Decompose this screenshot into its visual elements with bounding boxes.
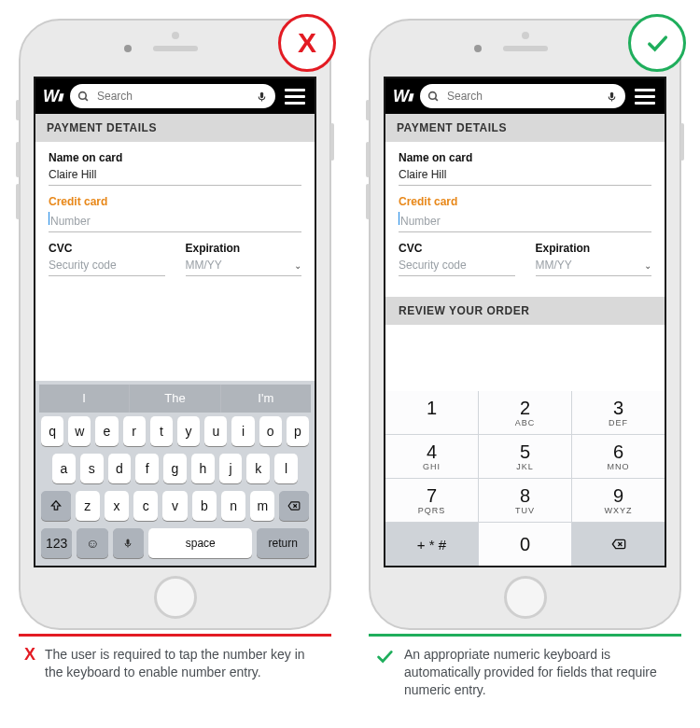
chevron-down-icon: ⌄: [294, 260, 301, 271]
key-o[interactable]: o: [259, 416, 282, 446]
phone-mockup: W▮ PAYMENT DETAILS Name on card Claire H…: [19, 19, 331, 630]
cvc-input[interactable]: Security code: [399, 259, 515, 276]
menu-button[interactable]: [633, 89, 657, 105]
screen: W▮ PAYMENT DETAILS Name on card Claire H…: [34, 77, 316, 567]
check-icon: [644, 30, 670, 56]
svg-rect-8: [610, 91, 613, 98]
key-l[interactable]: l: [274, 454, 298, 483]
numkey-7[interactable]: 7PQRS: [385, 479, 478, 522]
suggestion[interactable]: I: [39, 385, 130, 413]
key-y[interactable]: y: [177, 416, 200, 446]
card-field: Credit card Number: [49, 195, 301, 232]
mic-icon[interactable]: [256, 91, 268, 103]
key-a[interactable]: a: [52, 454, 76, 483]
return-key[interactable]: return: [257, 528, 309, 558]
backspace-icon: [609, 537, 629, 552]
name-field: Name on card Claire Hill: [49, 151, 301, 186]
mic-icon[interactable]: [606, 91, 618, 103]
caption-bad: X The user is required to tap the number…: [19, 637, 331, 681]
key-z[interactable]: z: [76, 491, 100, 521]
key-f[interactable]: f: [135, 454, 159, 483]
search-input[interactable]: [445, 89, 600, 104]
payment-form: Name on card Claire Hill Credit card Num…: [35, 142, 315, 381]
space-key[interactable]: space: [148, 528, 252, 558]
exp-field: Expiration MM/YY⌄: [536, 242, 652, 276]
mic-key[interactable]: [113, 528, 144, 558]
key-r[interactable]: r: [123, 416, 146, 446]
suggestion[interactable]: The: [130, 385, 220, 413]
numkey-2[interactable]: 2ABC: [479, 391, 571, 434]
key-q[interactable]: q: [41, 416, 63, 446]
key-s[interactable]: s: [80, 454, 104, 483]
numkey-9[interactable]: 9WXYZ: [572, 479, 665, 522]
numkey-1[interactable]: 1: [385, 391, 478, 434]
numkey-3[interactable]: 3DEF: [572, 391, 665, 434]
search-input[interactable]: [95, 89, 250, 104]
symbol-key[interactable]: + * #: [385, 523, 478, 566]
key-j[interactable]: j: [219, 454, 243, 483]
exp-label: Expiration: [536, 242, 652, 255]
numkey-4[interactable]: 4GHI: [385, 435, 478, 478]
key-m[interactable]: m: [250, 491, 274, 521]
app-logo[interactable]: W▮: [393, 87, 413, 106]
app-header: W▮: [35, 78, 315, 114]
suggestion[interactable]: I'm: [221, 385, 311, 413]
name-value[interactable]: Claire Hill: [49, 168, 301, 186]
card-label: Credit card: [49, 195, 301, 208]
numkey-8[interactable]: 8TUV: [479, 479, 571, 522]
exp-label: Expiration: [186, 242, 302, 255]
name-value[interactable]: Claire Hill: [399, 168, 651, 186]
suggestion-bar: I The I'm: [39, 385, 311, 413]
menu-button[interactable]: [283, 89, 307, 105]
key-g[interactable]: g: [163, 454, 187, 483]
numkey-5[interactable]: 5JKL: [479, 435, 571, 478]
numkey-6[interactable]: 6MNO: [572, 435, 665, 478]
key-e[interactable]: e: [95, 416, 118, 446]
backspace-key[interactable]: [572, 523, 665, 566]
key-h[interactable]: h: [191, 454, 215, 483]
search-box[interactable]: [420, 84, 625, 108]
qwerty-keyboard: I The I'm qwertyuiop asdfghjkl zxcvbnm: [35, 381, 315, 566]
card-input[interactable]: Number: [399, 212, 651, 232]
key-t[interactable]: t: [150, 416, 173, 446]
kb-row-3: zxcvbnm: [39, 487, 311, 525]
key-p[interactable]: p: [287, 416, 309, 446]
numeric-keypad: 1 2ABC3DEF4GHI5JKL6MNO7PQRS8TUV9WXYZ+ * …: [385, 391, 665, 566]
name-label: Name on card: [49, 151, 301, 164]
backspace-key[interactable]: [279, 491, 309, 521]
cvc-label: CVC: [399, 242, 515, 255]
search-icon: [77, 91, 90, 103]
backspace-icon: [286, 499, 302, 512]
screen: W▮ PAYMENT DETAILS Name on card Claire H…: [384, 77, 666, 567]
shift-key[interactable]: [41, 491, 71, 521]
card-input[interactable]: Number: [49, 212, 301, 232]
shift-icon: [49, 499, 63, 512]
exp-field: Expiration MM/YY⌄: [186, 242, 302, 276]
key-n[interactable]: n: [221, 491, 245, 521]
key-b[interactable]: b: [192, 491, 217, 521]
cvc-field: CVC Security code: [399, 242, 515, 276]
key-u[interactable]: u: [204, 416, 227, 446]
exp-input[interactable]: MM/YY⌄: [536, 259, 652, 276]
home-button[interactable]: [154, 576, 197, 619]
cvc-input[interactable]: Security code: [49, 259, 165, 276]
example-good: W▮ PAYMENT DETAILS Name on card Claire H…: [369, 19, 681, 699]
emoji-key[interactable]: ☺: [77, 528, 107, 558]
key-x[interactable]: x: [105, 491, 129, 521]
key-v[interactable]: v: [162, 491, 187, 521]
check-icon: [374, 646, 395, 669]
cvc-label: CVC: [49, 242, 165, 255]
search-box[interactable]: [70, 84, 275, 108]
phone-mockup: W▮ PAYMENT DETAILS Name on card Claire H…: [369, 19, 681, 630]
key-w[interactable]: w: [68, 416, 91, 446]
key-c[interactable]: c: [133, 491, 158, 521]
home-button[interactable]: [504, 576, 547, 619]
app-logo[interactable]: W▮: [43, 87, 63, 106]
numkey-0[interactable]: 0: [479, 523, 571, 566]
exp-input[interactable]: MM/YY⌄: [186, 259, 302, 276]
section-title: PAYMENT DETAILS: [35, 114, 315, 142]
numeric-key[interactable]: 123: [41, 528, 72, 558]
key-d[interactable]: d: [108, 454, 132, 483]
key-k[interactable]: k: [246, 454, 270, 483]
key-i[interactable]: i: [231, 416, 254, 446]
